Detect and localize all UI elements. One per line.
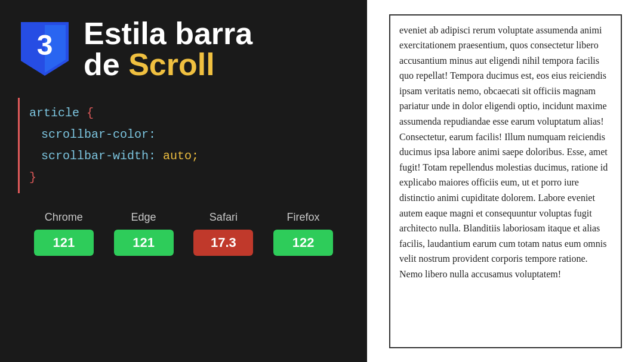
header-section: 3 Estila barra de Scroll [18, 18, 252, 80]
code-value2: auto; [163, 149, 199, 163]
svg-text:3: 3 [37, 29, 53, 61]
scroll-text: eveniet ab adipisci rerum voluptate assu… [399, 23, 612, 282]
left-panel: 3 Estila barra de Scroll article { scrol… [0, 0, 367, 362]
code-line-property2: scrollbar-width: auto; [29, 146, 340, 167]
code-block: article { scrollbar-color: scrollbar-wid… [18, 98, 349, 193]
code-property2: scrollbar-width: [41, 149, 156, 163]
compat-header-chrome: Chrome [34, 211, 94, 224]
css3-shield-icon: 3 [18, 19, 72, 79]
compat-table: Chrome Edge Safari Firefox 121 121 17.3 … [18, 211, 349, 256]
title-line2: de Scroll [84, 49, 252, 80]
compat-versions: 121 121 17.3 122 [24, 230, 343, 256]
code-selector: article [29, 106, 79, 120]
title-line1: Estila barra [84, 18, 252, 49]
code-brace-open: { [87, 106, 94, 120]
compat-header-firefox: Firefox [273, 211, 333, 224]
compat-badge-safari: 17.3 [193, 230, 253, 256]
code-property1: scrollbar-color: [41, 124, 340, 146]
right-panel: eveniet ab adipisci rerum voluptate assu… [367, 0, 644, 362]
compat-header: Chrome Edge Safari Firefox [24, 211, 343, 224]
code-brace-close: } [29, 167, 340, 188]
compat-badge-firefox: 122 [273, 230, 333, 256]
scroll-box[interactable]: eveniet ab adipisci rerum voluptate assu… [389, 14, 622, 348]
compat-header-edge: Edge [114, 211, 174, 224]
compat-badge-edge: 121 [114, 230, 174, 256]
compat-badge-chrome: 121 [34, 230, 94, 256]
title-text: Estila barra de Scroll [84, 18, 252, 80]
compat-header-safari: Safari [193, 211, 253, 224]
code-line-selector: article { [29, 103, 340, 124]
